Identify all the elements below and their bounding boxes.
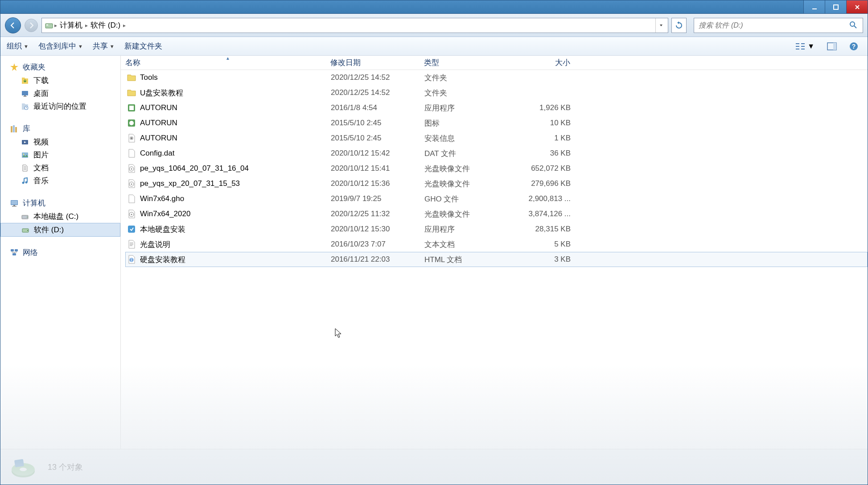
file-size: 28,315 KB [518, 225, 576, 234]
nav-bar: ▸ 计算机 ▸ 软件 (D:) ▸ [0, 14, 868, 37]
svg-rect-0 [812, 8, 817, 9]
organize-menu[interactable]: 组织▼ [7, 41, 29, 51]
file-type: 文本文档 [424, 239, 518, 250]
crumb-computer[interactable]: 计算机 [57, 20, 85, 30]
include-label: 包含到库中 [38, 41, 76, 51]
file-list[interactable]: Tools2020/12/25 14:52文件夹U盘安装教程2020/12/25… [121, 70, 868, 449]
file-date: 2016/1/8 4:54 [331, 103, 424, 112]
file-name: 硬盘安装教程 [140, 255, 331, 265]
sidebar-item-downloads[interactable]: 下载 [0, 74, 120, 87]
file-row[interactable]: 硬盘安装教程2016/11/21 22:03HTML 文档3 KB [125, 252, 868, 267]
search-input[interactable] [699, 21, 849, 29]
sidebar-item-drive-d[interactable]: 软件 (D:) [0, 223, 120, 237]
content-area: 名称 ▲ 修改日期 类型 大小 Tools2020/12/25 14:52文件夹… [121, 56, 868, 449]
svg-rect-30 [12, 206, 16, 207]
sidebar-item-music[interactable]: 音乐 [0, 174, 120, 187]
col-date[interactable]: 修改日期 [330, 58, 424, 68]
file-row[interactable]: pe_yqs_xp_20_07_31_15_532020/10/12 15:36… [125, 176, 868, 191]
sidebar-favorites[interactable]: 收藏夹 [0, 60, 120, 74]
file-row[interactable]: pe_yqs_1064_20_07_31_16_042020/10/12 15:… [125, 161, 868, 176]
col-name[interactable]: 名称 ▲ [125, 58, 330, 68]
svg-rect-1 [834, 5, 838, 9]
file-name: Win7x64.gho [140, 194, 331, 203]
file-type: 光盘映像文件 [424, 164, 518, 174]
file-row[interactable]: Config.dat2020/10/12 15:42DAT 文件36 KB [125, 146, 868, 161]
crumb-drive[interactable]: 软件 (D:) [88, 20, 123, 30]
sidebar-item-recent[interactable]: 最近访问的位置 [0, 100, 120, 113]
sidebar-item-drive-c[interactable]: 本地磁盘 (C:) [0, 210, 120, 223]
sidebar-network[interactable]: 网络 [0, 246, 120, 259]
drive-icon [44, 20, 54, 31]
file-row[interactable]: U盘安装教程2020/12/25 14:52文件夹 [125, 85, 868, 100]
svg-point-24 [23, 153, 25, 155]
maximize-button[interactable] [825, 0, 846, 13]
minimize-button[interactable] [803, 0, 825, 13]
svg-rect-3 [46, 25, 48, 25]
file-icon [126, 117, 137, 129]
sidebar-computer[interactable]: 计算机 [0, 196, 120, 210]
file-icon [126, 163, 137, 174]
close-button[interactable] [846, 0, 868, 13]
svg-point-26 [25, 181, 28, 183]
file-type: 应用程序 [424, 103, 518, 113]
svg-rect-9 [801, 46, 805, 47]
svg-point-49 [131, 214, 132, 215]
svg-rect-50 [128, 226, 135, 233]
sidebar-item-label: 软件 (D:) [34, 225, 64, 235]
file-row[interactable]: Win7x64_20202020/12/25 11:32光盘映像文件3,874,… [125, 206, 868, 222]
file-row[interactable]: 本地硬盘安装2020/10/12 15:30应用程序28,315 KB [125, 222, 868, 237]
refresh-button[interactable] [671, 18, 687, 33]
file-name: 光盘说明 [140, 239, 331, 250]
file-size: 5 KB [518, 240, 576, 249]
include-menu[interactable]: 包含到库中▼ [38, 41, 83, 51]
svg-rect-39 [129, 106, 134, 110]
svg-rect-36 [15, 249, 18, 251]
share-label: 共享 [93, 41, 108, 51]
col-type[interactable]: 类型 [424, 58, 518, 68]
file-row[interactable]: Tools2020/12/25 14:52文件夹 [125, 70, 868, 85]
new-folder-button[interactable]: 新建文件夹 [124, 41, 162, 51]
forward-button[interactable] [25, 19, 38, 32]
file-row[interactable]: AUTORUN2016/1/8 4:54应用程序1,926 KB [125, 100, 868, 115]
help-button[interactable]: ? [846, 40, 861, 53]
view-mode-button[interactable]: ▼ [793, 40, 818, 53]
chevron-right-icon[interactable]: ▸ [123, 22, 126, 29]
file-date: 2015/5/10 2:45 [331, 134, 424, 143]
file-row[interactable]: AUTORUN2015/5/10 2:45安装信息1 KB [125, 131, 868, 146]
sidebar-item-videos[interactable]: 视频 [0, 136, 120, 148]
breadcrumb: ▸ 计算机 ▸ 软件 (D:) ▸ [54, 20, 655, 30]
sidebar-item-pictures[interactable]: 图片 [0, 148, 120, 161]
svg-point-4 [850, 22, 855, 26]
toolbar: 组织▼ 包含到库中▼ 共享▼ 新建文件夹 ▼ ? [0, 37, 868, 56]
address-dropdown[interactable] [655, 18, 666, 33]
file-row[interactable]: Win7x64.gho2019/9/7 19:25GHO 文件2,900,813… [125, 191, 868, 206]
svg-point-47 [131, 184, 132, 185]
file-date: 2015/5/10 2:45 [331, 119, 424, 127]
network-icon [9, 248, 19, 258]
file-type: 图标 [424, 118, 518, 128]
col-size[interactable]: 大小 [518, 58, 576, 68]
svg-rect-28 [11, 201, 17, 205]
file-name: AUTORUN [140, 103, 331, 112]
svg-rect-19 [11, 126, 12, 132]
desktop-icon [20, 89, 30, 99]
file-row[interactable]: AUTORUN2015/5/10 2:45图标10 KB [125, 115, 868, 131]
file-row[interactable]: 光盘说明2016/10/23 7:07文本文档5 KB [125, 237, 868, 252]
file-type: DAT 文件 [424, 148, 518, 159]
svg-rect-7 [796, 49, 799, 49]
file-name: AUTORUN [140, 134, 331, 143]
svg-rect-6 [796, 46, 799, 47]
address-bar[interactable]: ▸ 计算机 ▸ 软件 (D:) ▸ [41, 18, 668, 33]
share-menu[interactable]: 共享▼ [93, 41, 115, 51]
sidebar-item-documents[interactable]: 文档 [0, 161, 120, 174]
sidebar-libraries[interactable]: 库 [0, 122, 120, 136]
drive-large-icon [9, 453, 37, 481]
preview-pane-button[interactable] [824, 40, 840, 53]
sidebar-item-desktop[interactable]: 桌面 [0, 87, 120, 100]
back-button[interactable] [5, 17, 21, 33]
favorites-label: 收藏夹 [23, 62, 45, 72]
svg-rect-29 [13, 205, 15, 206]
file-icon [126, 72, 137, 83]
search-box[interactable] [694, 18, 863, 33]
file-name: 本地硬盘安装 [140, 224, 331, 234]
